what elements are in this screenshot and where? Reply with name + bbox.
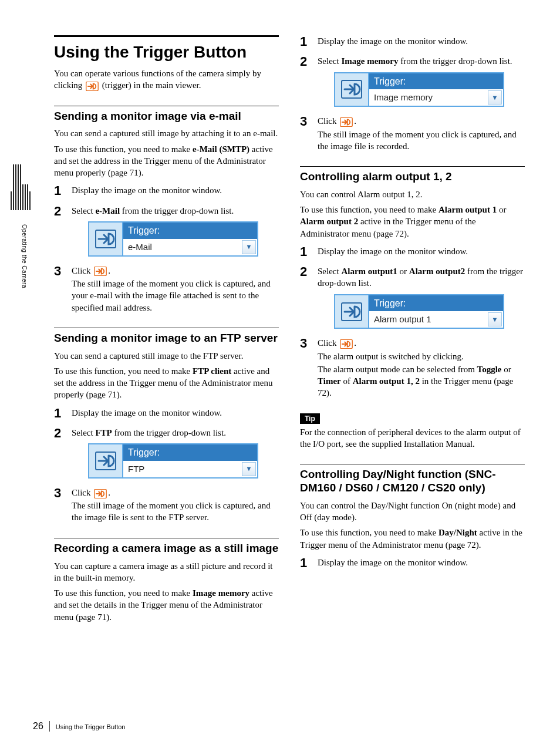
section-alarm-p2: To use this function, you need to make A… <box>300 204 525 240</box>
trigger-dropdown-value: FTP <box>123 461 241 477</box>
section-record-steps: Display the image on the monitor window.… <box>300 35 525 152</box>
bold-text: Image memory <box>341 56 398 66</box>
step-3: Click . The still image of the moment yo… <box>300 115 525 152</box>
bold-text: Timer <box>318 376 341 386</box>
chevron-down-icon[interactable]: ▼ <box>488 90 502 105</box>
text: from the trigger drop-down list. <box>398 56 512 66</box>
step-1: Display the image on the monitor window. <box>54 184 279 196</box>
section-ftp-p1: You can send a captured still image to t… <box>54 350 279 362</box>
text: Select <box>318 56 341 66</box>
text: To use this function, you need to make <box>54 366 193 376</box>
intro-paragraph: You can operate various functions of the… <box>54 68 279 92</box>
step-text: Display the image on the monitor window. <box>318 247 468 256</box>
trigger-dropdown-icon <box>89 223 123 255</box>
bold-text: Toggle <box>477 365 502 374</box>
step-1: Display the image on the monitor window. <box>300 245 525 257</box>
bold-text: Alarm output 1 <box>438 205 497 214</box>
section-daynight-p1: You can control the Day/Night function O… <box>300 500 525 524</box>
step-3-desc: The still image of the moment you click … <box>72 500 279 524</box>
intro-text-b: (trigger) in the main viewer. <box>102 80 201 90</box>
section-ftp-steps: Display the image on the monitor window.… <box>54 407 279 524</box>
step-2: Select Image memory from the trigger dro… <box>300 55 525 107</box>
section-ftp-p2: To use this function, you need to make F… <box>54 365 279 401</box>
section-alarm-heading: Controlling alarm output 1, 2 <box>300 166 525 184</box>
section-daynight-steps: Display the image on the monitor window. <box>300 557 525 568</box>
bold-text: Day/Night <box>438 528 477 537</box>
trigger-icon <box>340 117 353 127</box>
text: Select <box>318 267 341 276</box>
step-text: Display the image on the monitor window. <box>72 408 222 417</box>
trigger-icon <box>94 489 107 498</box>
chevron-down-icon[interactable]: ▼ <box>242 240 256 254</box>
text: Select <box>72 206 95 215</box>
text: Select <box>72 428 95 437</box>
step-3-desc: The still image of the moment you click … <box>318 129 525 153</box>
step-1: Display the image on the monitor window. <box>300 557 525 568</box>
step-2: Select Alarm output1 or Alarm output2 fr… <box>300 265 525 329</box>
tip-label: Tip <box>300 413 320 424</box>
trigger-dropdown-icon <box>335 73 369 106</box>
text: . <box>354 338 356 348</box>
text: To use this function, you need to make <box>300 528 438 537</box>
section-email-heading: Sending a monitor image via e-mail <box>54 106 279 123</box>
text: . <box>108 488 110 497</box>
bold-text: Image memory <box>193 588 249 598</box>
trigger-dropdown-icon <box>335 295 369 328</box>
page-number: 26 <box>33 721 50 732</box>
bold-text: Alarm output2 <box>409 267 465 276</box>
section-daynight-p2: To use this function, you need to make D… <box>300 527 525 551</box>
trigger-dropdown-image-memory[interactable]: Trigger: Image memory ▼ <box>334 72 504 107</box>
section-record-p2: To use this function, you need to make I… <box>54 587 279 623</box>
text: or <box>497 205 506 214</box>
trigger-icon <box>340 339 353 349</box>
step-3-desc-2: The alarm output mode can be selected fr… <box>318 363 525 399</box>
bold-text: Alarm output 2 <box>300 217 358 226</box>
step-text: Display the image on the monitor window. <box>318 36 468 46</box>
step-1: Display the image on the monitor window. <box>54 407 279 419</box>
text: from the trigger drop-down list. <box>120 206 234 215</box>
side-chapter-label: Operating the Camera <box>21 224 28 288</box>
chevron-down-icon[interactable]: ▼ <box>242 462 256 476</box>
trigger-dropdown-label: Trigger: <box>123 444 257 461</box>
step-3-desc-1: The alarm output is switched by clicking… <box>318 351 525 362</box>
trigger-dropdown-email[interactable]: Trigger: e-Mail ▼ <box>88 221 258 257</box>
bold-text: Alarm output 1, 2 <box>353 376 420 386</box>
section-record-p1: You can capture a camera image as a stil… <box>54 560 279 584</box>
text: To use this function, you need to make <box>54 144 193 154</box>
text: Click <box>318 116 339 126</box>
section-alarm-steps: Display the image on the monitor window.… <box>300 245 525 399</box>
section-daynight-heading: Controlling Day/Night function (SNC-DM16… <box>300 464 525 495</box>
page-h1: Using the Trigger Button <box>54 35 279 62</box>
section-email-p2: To use this function, you need to make e… <box>54 143 279 179</box>
bold-text: FTP <box>95 428 112 437</box>
text: or <box>397 267 409 276</box>
section-record-heading: Recording a camera image as a still imag… <box>54 538 279 555</box>
text: Click <box>72 488 93 497</box>
step-3: Click . The alarm output is switched by … <box>300 337 525 399</box>
step-text: Display the image on the monitor window. <box>318 558 468 567</box>
text: . <box>108 266 110 275</box>
section-email-p1: You can send a captured still image by a… <box>54 127 279 139</box>
step-2: Select e-Mail from the trigger drop-down… <box>54 205 279 257</box>
bold-text: e-Mail <box>95 206 120 215</box>
left-column: Using the Trigger Button You can operate… <box>54 35 279 626</box>
step-3-desc: The still image of the moment you click … <box>72 278 279 314</box>
text: or <box>502 365 511 374</box>
trigger-dropdown-value: Alarm output 1 <box>369 311 487 328</box>
bold-text: Alarm output1 <box>341 267 397 276</box>
chevron-down-icon[interactable]: ▼ <box>488 312 502 326</box>
section-ftp-heading: Sending a monitor image to an FTP server <box>54 328 279 345</box>
step-1: Display the image on the monitor window. <box>300 35 525 47</box>
footer-title: Using the Trigger Button <box>56 723 126 730</box>
step-3: Click . The still image of the moment yo… <box>54 487 279 524</box>
text: The alarm output mode can be selected fr… <box>318 365 477 374</box>
text: To use this function, you need to make <box>54 588 193 598</box>
trigger-dropdown-label: Trigger: <box>123 223 257 239</box>
trigger-icon <box>94 267 107 276</box>
tip-text: For the connection of peripheral devices… <box>300 426 525 450</box>
trigger-dropdown-ftp[interactable]: Trigger: FTP ▼ <box>88 443 258 479</box>
trigger-dropdown-label: Trigger: <box>369 295 503 312</box>
text: To use this function, you need to make <box>300 205 438 214</box>
trigger-dropdown-alarm[interactable]: Trigger: Alarm output 1 ▼ <box>334 294 504 329</box>
section-index-bars <box>11 163 31 210</box>
